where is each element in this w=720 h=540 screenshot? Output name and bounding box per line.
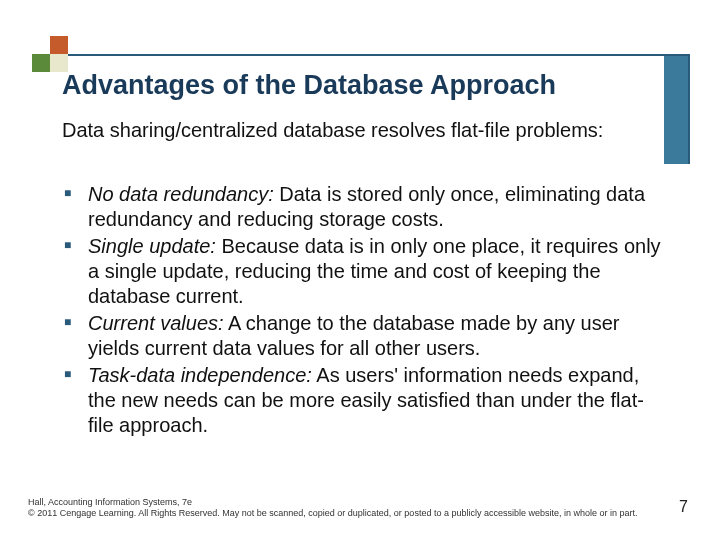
- page-number: 7: [679, 498, 688, 516]
- list-item: Current values: A change to the database…: [62, 311, 664, 361]
- top-rule: [68, 54, 690, 56]
- corner-decoration: [32, 36, 68, 72]
- side-rule: [688, 54, 690, 164]
- footer-line1: Hall, Accounting Information Systems, 7e: [28, 497, 660, 509]
- slide-title: Advantages of the Database Approach: [62, 70, 556, 101]
- list-item: No data redundancy: Data is stored only …: [62, 182, 664, 232]
- list-item: Single update: Because data is in only o…: [62, 234, 664, 309]
- bullet-term: Current values:: [88, 312, 224, 334]
- footer: Hall, Accounting Information Systems, 7e…: [28, 497, 660, 520]
- footer-line2: © 2011 Cengage Learning. All Rights Rese…: [28, 508, 660, 520]
- side-accent: [664, 56, 688, 164]
- intro-text: Data sharing/centralized database resolv…: [62, 118, 640, 143]
- bullet-term: Single update:: [88, 235, 216, 257]
- list-item: Task-data independence: As users' inform…: [62, 363, 664, 438]
- bullet-term: Task-data independence:: [88, 364, 312, 386]
- bullet-list: No data redundancy: Data is stored only …: [62, 182, 664, 440]
- bullet-term: No data redundancy:: [88, 183, 274, 205]
